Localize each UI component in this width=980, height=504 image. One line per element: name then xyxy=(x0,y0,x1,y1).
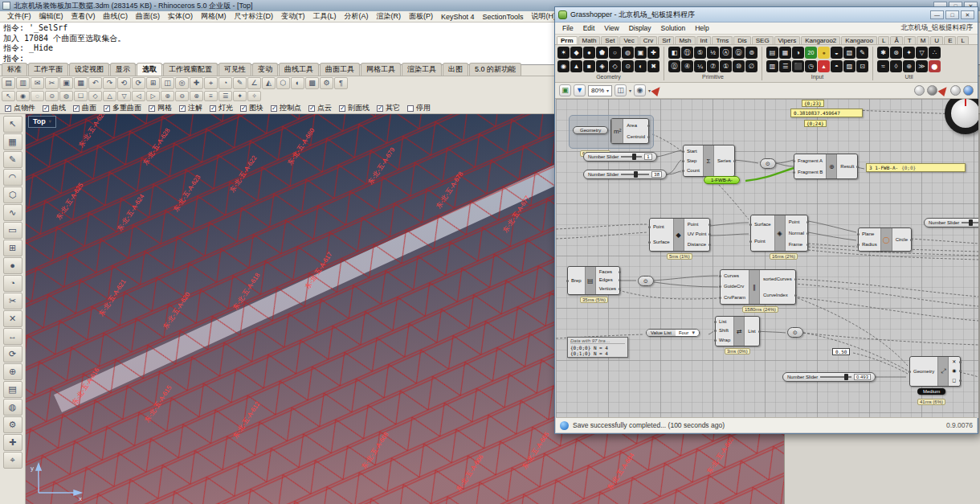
left-tool-icon[interactable]: ⌖ xyxy=(3,452,22,469)
open-file-icon[interactable]: ▣ xyxy=(559,84,571,96)
toolbar-icon[interactable]: ✚ xyxy=(190,77,203,89)
component-icon[interactable]: ④ xyxy=(681,60,693,72)
checkbox-icon[interactable] xyxy=(210,105,216,112)
left-tool-icon[interactable]: ◔ xyxy=(3,275,22,292)
node-value-list[interactable]: Value List Four ▼ xyxy=(646,329,700,337)
node-concatenate[interactable]: Fragment A Fragment B ⊕ Result xyxy=(794,154,858,179)
slider-groove[interactable] xyxy=(820,376,851,378)
slider-groove[interactable] xyxy=(621,156,642,158)
gh-port-in[interactable]: Curves xyxy=(724,272,745,280)
component-icon[interactable]: ◍ xyxy=(622,47,634,59)
preview-eye-icon[interactable]: ◉ xyxy=(634,84,646,96)
rhino-menu-item[interactable]: 曲线(C) xyxy=(100,11,133,22)
grasshopper-menu-item[interactable]: View xyxy=(599,24,623,32)
component-tab[interactable]: Vipers xyxy=(774,36,801,44)
gh-port-out[interactable]: Frame xyxy=(789,241,804,248)
left-tool-icon[interactable]: ∿ xyxy=(3,204,22,221)
toolbar-icon[interactable]: ⊖ xyxy=(175,91,189,101)
toolbar-icon[interactable]: ◉ xyxy=(16,91,30,101)
toolbar-icon[interactable]: ▣ xyxy=(59,77,73,89)
component-tab[interactable]: L xyxy=(878,36,889,44)
rhino-menu-item[interactable]: 编辑(E) xyxy=(35,11,67,22)
gh-port-in[interactable]: Point xyxy=(754,238,771,245)
node-area[interactable]: m² Area Centroid xyxy=(610,118,649,144)
toolbar-tab[interactable]: 5.0 的新功能 xyxy=(469,63,521,76)
node-relay-2[interactable]: ⊙ xyxy=(638,276,654,286)
left-tool-icon[interactable]: ✚ xyxy=(3,434,22,451)
close-button[interactable]: ✕ xyxy=(961,10,974,19)
component-icon[interactable]: Ⓓ xyxy=(733,47,745,59)
toolbar-tab[interactable]: 出图 xyxy=(443,63,468,76)
filter-checkbox-灯光[interactable]: 灯光 xyxy=(210,103,233,113)
node-data-panel[interactable]: Data with 97 bra… {0;0;0} N = 4 {0;1;0} … xyxy=(567,337,628,358)
toolbar-icon[interactable]: ◇ xyxy=(88,91,102,101)
component-icon[interactable]: ⓪ xyxy=(668,60,680,72)
component-icon[interactable]: ⑩ xyxy=(733,60,745,72)
component-tab[interactable]: Crv xyxy=(639,36,657,44)
left-tool-icon[interactable]: ⬡ xyxy=(3,186,22,203)
toolbar-tab[interactable]: 选取 xyxy=(137,63,162,76)
toolbar-icon[interactable]: ∠ xyxy=(247,77,261,89)
checkbox-icon[interactable] xyxy=(377,105,383,112)
gh-port-out[interactable]: Faces xyxy=(599,268,616,276)
component-icon[interactable]: ◉ xyxy=(557,60,570,72)
component-tab[interactable]: Int xyxy=(696,36,712,44)
viewport-title-menu[interactable]: Top ▾ xyxy=(28,116,56,128)
component-tab[interactable]: Dis xyxy=(733,36,751,44)
component-icon[interactable]: ▨ xyxy=(843,60,855,72)
rhino-menu-item[interactable]: 工具(L) xyxy=(309,11,341,22)
toolbar-icon[interactable]: ⟲ xyxy=(117,77,131,89)
toolbar-icon[interactable]: ✎ xyxy=(233,77,247,89)
checkbox-icon[interactable] xyxy=(104,105,110,112)
toolbar-icon[interactable]: △ xyxy=(103,91,116,101)
toolbar-tab[interactable]: 变动 xyxy=(252,63,278,76)
rhino-menu-item[interactable]: 面板(P) xyxy=(405,11,437,22)
left-tool-icon[interactable]: ⊕ xyxy=(3,363,22,380)
component-icon[interactable]: ▣ xyxy=(635,47,647,59)
component-icon[interactable]: ◊ xyxy=(890,60,902,72)
gh-port-out[interactable]: ✕ xyxy=(952,359,956,366)
gh-port-out[interactable]: Point xyxy=(789,219,804,226)
gh-port-out[interactable]: sortedCurves xyxy=(763,276,792,283)
component-icon[interactable]: ⊕ xyxy=(903,60,915,72)
node-number-slider-2[interactable]: Number Slider 38 xyxy=(583,170,667,179)
rhino-menu-item[interactable]: 网格(M) xyxy=(197,11,231,22)
component-icon[interactable]: ◆ xyxy=(570,47,582,59)
toolbar-tab[interactable]: 显示 xyxy=(110,63,136,76)
filter-checkbox-停用[interactable]: 停用 xyxy=(407,103,431,113)
filter-checkbox-剖面线[interactable]: 剖面线 xyxy=(339,103,370,113)
left-tool-icon[interactable]: ● xyxy=(3,257,22,274)
node-series[interactable]: Start Step Count Σ Series xyxy=(683,145,735,177)
component-icon[interactable]: ⑪ xyxy=(681,47,693,59)
toolbar-tab[interactable]: 设定视图 xyxy=(69,63,109,76)
node-relay-1[interactable]: ⊙ xyxy=(760,158,776,169)
grasshopper-menu-item[interactable]: Help xyxy=(690,24,713,32)
left-tool-icon[interactable]: ◠ xyxy=(3,169,22,186)
grasshopper-titlebar[interactable]: Grasshopper - 北京机场_铝板提料程序 — □ ✕ xyxy=(555,7,978,23)
checkbox-icon[interactable] xyxy=(149,105,155,112)
rhino-menu-item[interactable]: KeyShot 4 xyxy=(437,13,479,21)
component-icon[interactable]: ⬛ xyxy=(792,60,804,72)
toolbar-icon[interactable]: ¶ xyxy=(334,77,348,89)
gh-port-in[interactable]: Step xyxy=(687,158,700,165)
toolbar-icon[interactable]: ↖ xyxy=(2,91,15,101)
checkbox-icon[interactable] xyxy=(73,105,80,112)
component-icon[interactable]: ◈ xyxy=(596,60,608,72)
left-tool-icon[interactable]: ◍ xyxy=(3,399,22,416)
toolbar-icon[interactable]: ◐ xyxy=(291,77,304,89)
toolbar-icon[interactable]: ⊕ xyxy=(161,91,174,101)
node-number-slider-1[interactable]: Number Slider 1 xyxy=(583,152,657,162)
rhino-menu-item[interactable]: 渲染(R) xyxy=(373,11,406,22)
toolbar-icon[interactable]: ▤ xyxy=(2,77,15,89)
checkbox-icon[interactable] xyxy=(240,105,247,112)
toolbar-icon[interactable]: ◁ xyxy=(132,91,145,101)
component-icon[interactable]: ⊡ xyxy=(856,60,868,72)
filter-checkbox-其它[interactable]: 其它 xyxy=(377,103,400,113)
view-grid-icon[interactable]: ◫ xyxy=(615,84,627,96)
preview-wire-icon[interactable] xyxy=(927,85,937,96)
component-icon[interactable]: ● xyxy=(583,47,595,59)
component-icon[interactable]: ◒ xyxy=(831,47,843,59)
gh-port-out[interactable]: CurveIndex xyxy=(763,292,792,299)
maximize-button[interactable]: □ xyxy=(945,10,959,19)
node-evaluate-surface[interactable]: Surface Point ◈ Point Normal Frame xyxy=(750,215,808,252)
